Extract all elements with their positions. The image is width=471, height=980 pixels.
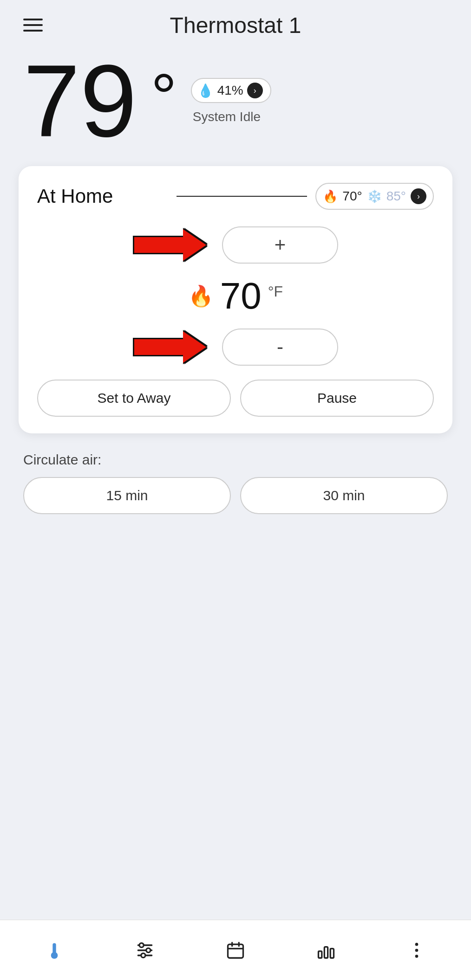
sliders-icon [135,940,155,961]
nav-more[interactable] [397,935,436,965]
arrow-head [183,229,206,261]
bar-chart-icon [316,940,336,961]
svg-point-18 [415,954,418,958]
action-buttons: Set to Away Pause [37,380,434,417]
header: Thermostat 1 [0,0,471,41]
arrow-body-2 [133,338,183,356]
thermometer-icon [44,940,65,961]
nav-charts[interactable] [307,935,346,965]
heat-setpoint: 70° [342,189,362,204]
menu-button[interactable] [23,19,43,32]
arrow-body [133,236,183,254]
mode-label: At Home [37,185,168,207]
degree-symbol: ° [151,59,177,135]
control-card: At Home 🔥 70° ❄️ 85° › + 🔥 70 [19,166,452,433]
setpoint-value: 70 [220,275,262,317]
plus-arrow-annotation [133,229,206,261]
current-temp-row: 🔥 70 °F [188,268,283,324]
range-detail-button[interactable]: › [411,188,426,204]
humidity-value: 41% [217,83,243,98]
temp-right-panel: 💧 41% › System Idle [191,78,271,124]
snowflake-icon: ❄️ [367,189,382,204]
calendar-icon [225,940,246,961]
temp-controls: + 🔥 70 °F - [37,226,434,366]
page-title: Thermostat 1 [170,13,301,38]
svg-rect-13 [318,951,321,958]
temp-range-badge[interactable]: 🔥 70° ❄️ 85° › [315,183,434,210]
minus-arrow-annotation [133,331,206,363]
nav-controls[interactable] [125,935,164,965]
nav-schedule[interactable] [216,935,255,965]
svg-rect-9 [228,944,243,958]
increase-button[interactable]: + [222,226,338,264]
red-arrow-plus [133,229,206,261]
svg-point-4 [139,943,144,947]
arrow-head-2 [183,331,206,363]
flame-icon: 🔥 [323,189,338,204]
circulate-buttons: 15 min 30 min [23,477,448,514]
spacer [0,523,471,920]
circulate-section: Circulate air: 15 min 30 min [0,443,471,523]
card-header: At Home 🔥 70° ❄️ 85° › [37,183,434,210]
header-divider [177,196,307,197]
decrease-button[interactable]: - [222,329,338,366]
circulate-label: Circulate air: [23,452,448,468]
svg-point-16 [415,942,418,946]
svg-point-8 [141,953,145,957]
temperature-display: 79 ° 💧 41% › System Idle [0,41,471,157]
circulate-30min-button[interactable]: 30 min [240,477,448,514]
circulate-15min-button[interactable]: 15 min [23,477,231,514]
svg-point-6 [146,948,150,952]
plus-row: + [37,226,434,264]
humidity-detail-button[interactable]: › [247,83,263,98]
minus-row: - [37,329,434,366]
pause-button[interactable]: Pause [240,380,434,417]
set-to-away-button[interactable]: Set to Away [37,380,231,417]
current-temperature: 79 [23,50,137,152]
more-icon [406,940,427,961]
svg-rect-14 [324,947,327,958]
setpoint-unit: °F [268,283,283,300]
cool-setpoint: 85° [386,189,406,204]
humidity-badge[interactable]: 💧 41% › [191,78,271,103]
svg-point-17 [415,948,418,952]
svg-rect-15 [330,948,334,958]
setpoint-flame-icon: 🔥 [188,284,214,308]
bottom-nav [0,920,471,980]
nav-thermostat[interactable] [35,935,74,965]
drop-icon: 💧 [197,83,214,98]
system-status: System Idle [193,110,261,124]
red-arrow-minus [133,331,206,363]
